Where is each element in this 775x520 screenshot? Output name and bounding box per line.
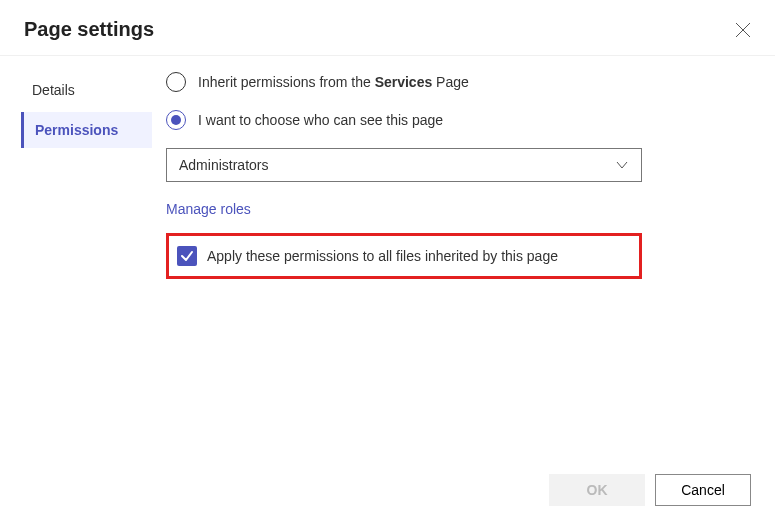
manage-roles-link[interactable]: Manage roles [166,201,251,217]
checkbox-checked-icon [177,246,197,266]
radio-icon-selected [166,110,186,130]
sidebar-item-permissions[interactable]: Permissions [21,112,152,148]
radio-icon [166,72,186,92]
chevron-down-icon [615,158,629,172]
main-panel: Inherit permissions from the Services Pa… [160,72,775,279]
radio-choose-label: I want to choose who can see this page [198,112,443,128]
cancel-button[interactable]: Cancel [655,474,751,506]
radio-choose-permissions[interactable]: I want to choose who can see this page [166,110,735,130]
apply-to-files-checkbox[interactable]: Apply these permissions to all files inh… [177,246,627,266]
sidebar-item-details[interactable]: Details [24,72,152,108]
close-icon[interactable] [735,22,751,38]
ok-button[interactable]: OK [549,474,645,506]
role-select-value: Administrators [179,157,268,173]
dialog-body: Details Permissions Inherit permissions … [0,56,775,279]
highlighted-region: Apply these permissions to all files inh… [166,233,642,279]
radio-dot-icon [171,115,181,125]
sidebar: Details Permissions [0,72,160,279]
role-select[interactable]: Administrators [166,148,642,182]
dialog-footer: OK Cancel [549,474,751,506]
radio-inherit-permissions[interactable]: Inherit permissions from the Services Pa… [166,72,735,92]
radio-inherit-label: Inherit permissions from the Services Pa… [198,74,469,90]
page-title: Page settings [24,18,154,41]
dialog-header: Page settings [0,0,775,56]
apply-to-files-label: Apply these permissions to all files inh… [207,248,558,264]
